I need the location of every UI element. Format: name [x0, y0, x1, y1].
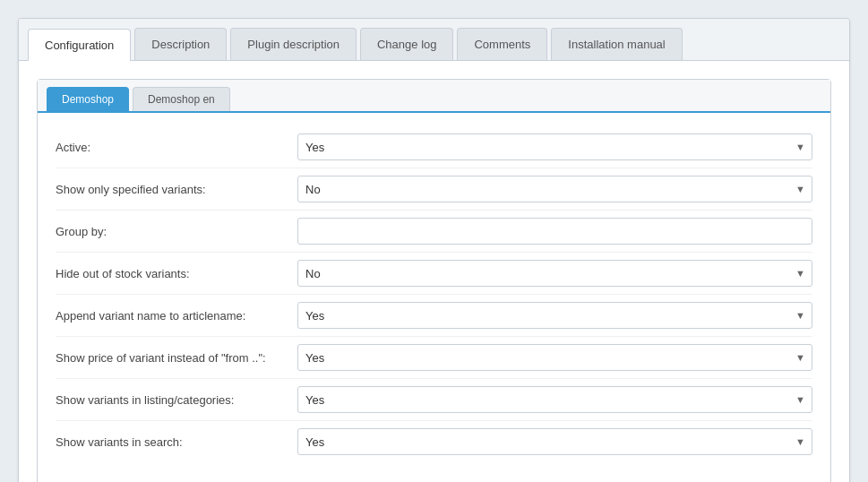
sub-tabs: Demoshop Demoshop en	[38, 80, 830, 113]
control-show-only-specified-variants: Yes No ▼	[297, 176, 812, 202]
form-row-append-variant-name: Append variant name to articlename: Yes …	[56, 295, 812, 337]
subtab-demoshop-en[interactable]: Demoshop en	[133, 87, 230, 111]
main-panel: Configuration Description Plugin descrip…	[18, 18, 850, 482]
label-active: Active:	[56, 141, 297, 154]
form-row-show-only-specified-variants: Show only specified variants: Yes No ▼	[56, 168, 812, 211]
tab-comments[interactable]: Comments	[457, 28, 547, 60]
content-area: Demoshop Demoshop en Active: Yes No ▼	[19, 61, 849, 482]
select-hide-out-of-stock-variants[interactable]: Yes No	[297, 260, 812, 287]
label-hide-out-of-stock-variants: Hide out of stock variants:	[56, 267, 297, 280]
tab-plugin-description[interactable]: Plugin description	[230, 28, 357, 60]
form-row-show-variants-in-search: Show variants in search: Yes No ▼	[56, 421, 812, 462]
control-show-variants-in-listing: Yes No ▼	[297, 386, 812, 413]
form-row-active: Active: Yes No ▼	[56, 126, 812, 168]
select-show-price-of-variant[interactable]: Yes No	[297, 344, 812, 371]
control-show-variants-in-search: Yes No ▼	[297, 428, 812, 455]
tab-installation-manual[interactable]: Installation manual	[551, 28, 682, 60]
form-row-show-price-of-variant: Show price of variant instead of "from .…	[56, 337, 812, 379]
select-append-variant-name[interactable]: Yes No	[297, 302, 812, 329]
input-group-by[interactable]	[297, 218, 812, 245]
select-show-variants-in-listing[interactable]: Yes No	[297, 386, 812, 413]
configuration-form: Active: Yes No ▼ Show only specified var…	[38, 113, 830, 476]
main-tabs: Configuration Description Plugin descrip…	[19, 19, 849, 61]
select-show-only-specified-variants[interactable]: Yes No	[297, 176, 812, 202]
label-append-variant-name: Append variant name to articlename:	[56, 309, 297, 323]
tab-configuration[interactable]: Configuration	[28, 29, 131, 61]
tab-description[interactable]: Description	[134, 28, 227, 60]
control-show-price-of-variant: Yes No ▼	[297, 344, 812, 371]
control-hide-out-of-stock-variants: Yes No ▼	[297, 260, 812, 287]
inner-panel: Demoshop Demoshop en Active: Yes No ▼	[37, 79, 831, 482]
control-active: Yes No ▼	[297, 133, 812, 160]
form-row-show-variants-in-listing: Show variants in listing/categories: Yes…	[56, 379, 812, 421]
select-active[interactable]: Yes No	[297, 133, 812, 160]
label-show-variants-in-listing: Show variants in listing/categories:	[56, 393, 297, 407]
tab-change-log[interactable]: Change log	[360, 28, 454, 60]
control-append-variant-name: Yes No ▼	[297, 302, 812, 329]
subtab-demoshop[interactable]: Demoshop	[47, 87, 129, 111]
form-row-hide-out-of-stock-variants: Hide out of stock variants: Yes No ▼	[56, 253, 812, 295]
label-show-only-specified-variants: Show only specified variants:	[56, 183, 297, 196]
label-show-price-of-variant: Show price of variant instead of "from .…	[56, 351, 297, 365]
label-show-variants-in-search: Show variants in search:	[56, 435, 297, 449]
control-group-by	[297, 218, 812, 245]
form-row-group-by: Group by:	[56, 211, 812, 253]
select-show-variants-in-search[interactable]: Yes No	[297, 428, 812, 455]
label-group-by: Group by:	[56, 225, 297, 238]
save-area: Save	[38, 476, 830, 482]
